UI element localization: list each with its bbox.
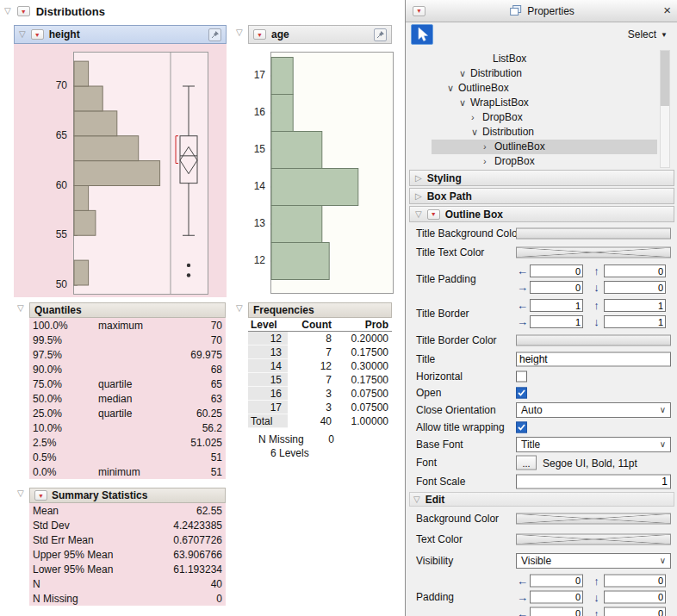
height-histogram-bar[interactable] (74, 260, 89, 285)
age-histogram-bar[interactable] (271, 243, 329, 280)
quantile-value: 70 (158, 334, 226, 346)
age-histogram-bar[interactable] (271, 58, 293, 95)
tree-item-distribution[interactable]: ∨Distribution (432, 125, 657, 140)
properties-title: Properties (527, 5, 575, 17)
chevron-down-icon[interactable]: ∨ (459, 67, 466, 80)
pin-button[interactable] (374, 28, 387, 41)
open-checkbox[interactable] (516, 387, 527, 398)
tree-item-dropbox[interactable]: ›DropBox (432, 110, 657, 125)
background-color-swatch[interactable] (516, 513, 671, 525)
prop-label: Title Background Color (416, 227, 521, 240)
disclosure-triangle-icon[interactable]: ▽ (415, 210, 422, 219)
disclosure-triangle-icon[interactable]: ▷ (415, 192, 422, 201)
padding-input[interactable] (604, 607, 666, 616)
disclosure-triangle-icon[interactable]: ▽ (4, 7, 11, 16)
close-icon[interactable]: × (663, 3, 671, 17)
chevron-right-icon[interactable]: › (483, 140, 487, 153)
chevron-right-icon[interactable]: › (483, 155, 487, 168)
section-header-label: Edit (425, 494, 445, 506)
title-padding-input[interactable] (530, 264, 583, 277)
red-triangle-menu-button[interactable]: ▼ (253, 29, 266, 40)
title-input[interactable] (516, 352, 671, 366)
section-header-edit[interactable]: ▽Edit (409, 492, 674, 507)
padding-input[interactable] (604, 590, 666, 603)
disclosure-triangle-icon[interactable]: ▽ (19, 30, 26, 39)
chevron-down-icon[interactable]: ∨ (459, 96, 466, 109)
red-triangle-menu-button[interactable]: ▼ (31, 29, 44, 40)
tree-item-outlinebox[interactable]: ›OutlineBox (432, 140, 657, 154)
tree-scrollbar[interactable] (660, 50, 670, 168)
height-histogram-bar[interactable] (74, 111, 117, 136)
age-histogram-bar[interactable] (271, 169, 358, 206)
height-histogram-bar[interactable] (74, 61, 89, 86)
disclosure-triangle-icon[interactable]: ▽ (236, 28, 243, 37)
red-triangle-menu-button[interactable]: ▼ (34, 490, 47, 501)
red-triangle-menu-button[interactable]: ▼ (427, 209, 440, 220)
disclosure-triangle-icon[interactable]: ▽ (236, 304, 243, 313)
title-border-input[interactable] (604, 315, 666, 328)
age-outline-titlebar[interactable]: ▼ age (248, 25, 392, 44)
font-scale-input[interactable] (516, 474, 671, 488)
title-padding-input[interactable] (604, 281, 666, 294)
close-orientation-select[interactable]: Auto∨ (516, 402, 671, 418)
padding-input[interactable] (530, 607, 583, 616)
frequencies-titlebar[interactable]: Frequencies (248, 302, 392, 318)
pin-button[interactable] (208, 28, 221, 41)
tree-item-distribution[interactable]: ∨Distribution (432, 66, 657, 81)
age-histogram-bar[interactable] (271, 95, 293, 132)
title-border-input[interactable] (604, 299, 666, 312)
padding-input[interactable] (530, 574, 583, 587)
title-background-color-swatch[interactable] (516, 228, 671, 240)
title-text-color-swatch[interactable] (516, 247, 671, 258)
padding-input[interactable] (604, 574, 666, 587)
pointer-tool-button[interactable] (411, 24, 433, 45)
disclosure-triangle-icon[interactable]: ▽ (17, 489, 24, 498)
chevron-down-icon[interactable]: ∨ (447, 82, 454, 95)
properties-titlebar[interactable]: ▼ Properties × (406, 0, 677, 22)
age-histogram-plot[interactable] (270, 52, 394, 294)
text-color-swatch[interactable] (516, 534, 671, 545)
tree-item-outlinebox[interactable]: ∨OutlineBox (432, 81, 657, 96)
quantiles-titlebar[interactable]: Quantiles (29, 302, 226, 318)
tree-item-listbox[interactable]: ListBox (432, 52, 657, 66)
chevron-down-icon[interactable]: ∨ (471, 126, 478, 139)
base-font-select[interactable]: Title∨ (516, 437, 671, 452)
tree-item-wraplistbox[interactable]: ∨WrapListBox (432, 96, 657, 110)
age-histogram-bar[interactable] (271, 206, 322, 243)
scrollbar-thumb[interactable] (661, 51, 669, 106)
arrow-up-icon: ↑ (590, 607, 603, 616)
outlier-point[interactable] (187, 264, 190, 267)
horizontal-checkbox[interactable] (516, 370, 527, 382)
height-histogram-plot[interactable] (73, 52, 208, 295)
disclosure-triangle-icon[interactable]: ▽ (413, 495, 420, 504)
outlier-point[interactable] (187, 273, 190, 277)
title-padding-input[interactable] (530, 281, 583, 294)
height-histogram-bar[interactable] (74, 186, 89, 211)
disclosure-triangle-icon[interactable]: ▽ (17, 304, 24, 313)
red-triangle-menu-button[interactable]: ▼ (413, 6, 425, 16)
disclosure-triangle-icon[interactable]: ▷ (415, 174, 422, 183)
red-triangle-menu-button[interactable]: ▼ (17, 6, 30, 16)
title-border-input[interactable] (530, 315, 583, 328)
height-histogram-bar[interactable] (74, 86, 102, 111)
select-dropdown[interactable]: Select ▼ (624, 27, 671, 42)
title-border-color-swatch[interactable] (516, 335, 671, 346)
section-outline-box[interactable]: ▽ ▼ Outline Box (409, 206, 674, 222)
section-box-path[interactable]: ▷ Box Path (409, 188, 674, 204)
title-padding-input[interactable] (604, 264, 666, 277)
freq-prob: 0.20000 (336, 332, 391, 345)
chevron-right-icon[interactable]: › (471, 111, 475, 124)
visibility-select[interactable]: Visible∨ (516, 553, 671, 569)
age-histogram-bar[interactable] (271, 132, 322, 169)
tree-item-dropbox[interactable]: ›DropBox (432, 154, 657, 169)
title-border-input[interactable] (530, 299, 583, 312)
font-picker-button[interactable]: ... (516, 456, 537, 470)
padding-input[interactable] (530, 590, 583, 603)
height-outline-titlebar[interactable]: ▽ ▼ height (14, 25, 227, 44)
height-histogram-bar[interactable] (74, 136, 139, 161)
height-histogram-bar[interactable] (74, 161, 160, 186)
height-histogram-bar[interactable] (74, 210, 96, 235)
summary-statistics-titlebar[interactable]: ▼ Summary Statistics (29, 488, 226, 503)
section-styling[interactable]: ▷ Styling (409, 170, 674, 186)
allow-title-wrapping-checkbox[interactable] (516, 421, 527, 432)
